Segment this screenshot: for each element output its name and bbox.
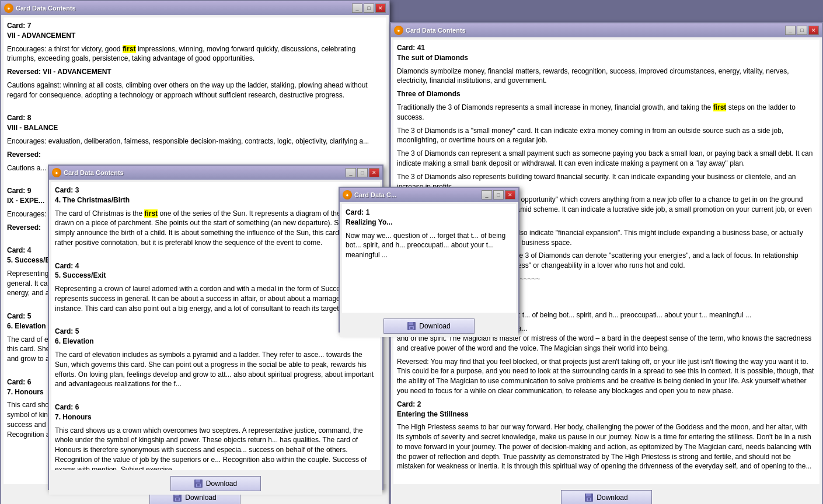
title-buttons-1: _ □ ✕ (352, 4, 386, 13)
footer-4: Download (340, 315, 518, 337)
app-icon-1: ● (4, 4, 13, 13)
card-num: Card: 7 (7, 22, 31, 30)
svg-rect-9 (196, 480, 200, 482)
title-bar-4[interactable]: ● Card Data C... _ □ ✕ (340, 188, 518, 202)
app-icon-3: ● (52, 168, 61, 177)
title-bar-3[interactable]: ● Card Data Contents _ □ ✕ (49, 166, 382, 180)
content-area-4: Card: 1 Realizing Yo... Now may we... qu… (342, 204, 516, 313)
floppy-icon-2 (585, 494, 593, 502)
card-title: VIII - BALANCE (7, 124, 58, 132)
minimize-button-3[interactable]: _ (346, 168, 356, 177)
title-bar-1[interactable]: ● Card Data Contents _ □ ✕ (1, 1, 389, 15)
minimize-button-1[interactable]: _ (352, 4, 362, 13)
card-para: The High Priestess seems to bar our way … (397, 422, 816, 471)
card-title: IX - EXPE... (7, 197, 44, 205)
card-title: 5. Success/Exit (55, 271, 106, 279)
card-num: Card: 9 (7, 187, 31, 195)
card-para: Diamonds symbolize money, financial matt… (397, 66, 816, 86)
footer-3: Download (49, 473, 382, 495)
title-buttons-3: _ □ ✕ (346, 168, 379, 177)
card-num: Card: 1 (346, 208, 369, 216)
window-title-4: Card Data C... (354, 191, 396, 198)
card-para: Reversed: (7, 150, 383, 160)
close-button-2[interactable]: ✕ (808, 26, 819, 35)
floppy-icon-3 (194, 480, 203, 488)
window-4: ● Card Data C... _ □ ✕ Card: 1 Realizing… (339, 187, 519, 332)
card-title: VII - ADVANCEMENT (7, 32, 75, 40)
download-button-3[interactable]: Download (170, 476, 261, 491)
card-num: Card: 4 (7, 246, 31, 254)
window-title-1: Card Data Contents (16, 5, 76, 12)
title-buttons-2: _ □ ✕ (785, 26, 819, 35)
card-title: Entering the Stillness (397, 410, 469, 418)
close-button-1[interactable]: ✕ (375, 4, 386, 13)
card-title: 6. Elevation (55, 337, 94, 345)
maximize-button-1[interactable]: □ (364, 4, 374, 13)
card-num: Card: 41 (397, 44, 425, 52)
window-title-2: Card Data Contents (406, 27, 466, 34)
app-icon-2: ● (394, 26, 403, 35)
minimize-button-2[interactable]: _ (785, 26, 796, 35)
minimize-button-4[interactable]: _ (482, 190, 492, 200)
card-num: Card: 8 (7, 114, 31, 122)
card-num: Card: 6 (7, 378, 31, 386)
card-title: 6. Elevation (7, 322, 46, 330)
svg-rect-7 (588, 498, 590, 501)
card-para: Encourages: evaluation, deliberation, fa… (7, 136, 383, 146)
card-num: Card: 3 (55, 186, 79, 194)
card-num: Card: 2 (397, 400, 421, 408)
card-num: Card: 5 (55, 327, 79, 335)
card-num: Card: 4 (55, 262, 79, 270)
maximize-button-3[interactable]: □ (357, 168, 368, 177)
card-num: Card: 5 (7, 312, 31, 320)
card-para: The 3 of Diamonds can represent a small … (397, 149, 816, 169)
maximize-button-4[interactable]: □ (493, 190, 504, 200)
window-3: ● Card Data Contents _ □ ✕ Card: 3 4. Th… (48, 164, 383, 490)
svg-rect-5 (586, 494, 591, 496)
svg-rect-3 (176, 498, 179, 501)
floppy-icon-4 (407, 322, 416, 330)
card-subtitle: Three of Diamonds (397, 89, 816, 99)
card-para: The 3 of Diamonds is a "small money" car… (397, 126, 816, 146)
card-para: Cautions against: winning at all costs, … (7, 80, 383, 100)
card-para: Traditionally the 3 of Diamonds represen… (397, 103, 816, 123)
card-title: 7. Honours (55, 413, 92, 421)
card-para: Encourages: a thirst for victory, good f… (7, 44, 383, 64)
card-title: Realizing Yo... (346, 218, 392, 226)
card-para: Reversed: You may find that you feel blo… (397, 357, 816, 396)
card-para: Now may we... question of ... forget tha… (346, 231, 512, 260)
card-title: 7. Honours (7, 388, 44, 396)
download-button-4[interactable]: Download (383, 318, 474, 334)
svg-rect-15 (410, 327, 413, 329)
download-button-2[interactable]: Download (561, 490, 651, 504)
card-para: This card shows us a crown which overcom… (55, 426, 376, 470)
card-num: Card: 6 (55, 403, 79, 411)
card-para: The card of Christmas is the first one o… (55, 209, 376, 248)
card-para: Reversed: VII - ADVANCEMENT (7, 67, 383, 77)
app-icon-4: ● (343, 190, 352, 200)
title-bar-2[interactable]: ● Card Data Contents _ □ ✕ (391, 23, 822, 37)
maximize-button-2[interactable]: □ (797, 26, 807, 35)
card-para: The card of elevation includes as symbol… (55, 350, 376, 389)
card-para: Representing a crown of laurel adorned w… (55, 284, 376, 313)
close-button-4[interactable]: ✕ (505, 190, 515, 200)
card-title: 4. The Christmas/Birth (55, 196, 130, 204)
content-area-3: Card: 3 4. The Christmas/Birth The card … (51, 182, 380, 470)
title-buttons-4: _ □ ✕ (482, 190, 515, 200)
svg-rect-11 (197, 484, 200, 487)
svg-rect-13 (409, 322, 413, 325)
close-button-3[interactable]: ✕ (369, 168, 379, 177)
floppy-icon-1 (173, 494, 182, 502)
card-title: The suit of Diamonds (397, 54, 468, 62)
footer-2: Download (391, 487, 822, 504)
window-title-3: Card Data Contents (64, 169, 124, 176)
